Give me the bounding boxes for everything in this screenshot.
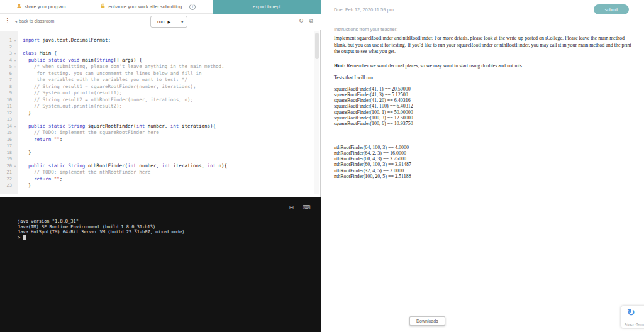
code-line[interactable]: 12 } [0, 110, 316, 117]
enhance-your-work[interactable]: enhance your work after submitting [100, 3, 182, 10]
test-case: squareRootFinder(41, 100) == 6.40312 [334, 103, 632, 109]
export-to-repl-button[interactable]: export to repl [213, 0, 321, 14]
code-line[interactable]: 22 return ""; [0, 176, 316, 183]
code-line[interactable]: 20▾ public static String nthRootFinder(i… [0, 163, 316, 170]
popout-icon[interactable]: ⧉ [309, 18, 313, 25]
back-chevron-icon: ◂ [15, 19, 17, 23]
run-dropdown-button[interactable]: ▾ [177, 16, 187, 27]
test-case: nthRootFinder(64, 100, 3) == 4.0000 [334, 145, 632, 150]
line-number[interactable]: 14▾ [0, 123, 18, 130]
line-number[interactable]: 3▾ [0, 50, 18, 57]
fold-arrow-icon [12, 70, 18, 77]
line-number[interactable]: 20▾ [0, 163, 18, 170]
code-line[interactable]: 4▾ public static void main(String[] args… [0, 57, 316, 64]
back-label: back to classroom [19, 19, 54, 23]
instructions-body: Implement squareRootFinder and nthRootFi… [334, 35, 632, 179]
line-number[interactable]: 17 [0, 143, 18, 150]
line-number[interactable]: 15 [0, 130, 18, 136]
back-to-classroom-link[interactable]: ◂ back to classroom [15, 19, 54, 23]
hint-label: Hint: [334, 63, 345, 69]
fold-arrow-icon [12, 44, 18, 51]
code-editor[interactable]: 1▾import java.text.DecimalFormat;23▾clas… [0, 31, 316, 194]
lock-icon [100, 3, 106, 10]
line-number[interactable]: 2 [0, 44, 18, 51]
line-number[interactable]: 12 [0, 110, 18, 117]
code-line[interactable]: 14▾ public static String squareRootFinde… [0, 123, 316, 130]
run-button[interactable]: run ▶ [151, 16, 177, 27]
code-line[interactable]: 21 // TODO: implement the nthRootFinder … [0, 169, 316, 176]
fold-arrow-icon [12, 176, 18, 183]
recaptcha-icon: ↻ [627, 307, 635, 318]
line-number[interactable]: 9 [0, 90, 18, 97]
line-number[interactable]: 10 [0, 97, 18, 104]
line-number[interactable]: 23 [0, 182, 18, 189]
code-line[interactable]: 1▾import java.text.DecimalFormat; [0, 37, 316, 44]
line-number[interactable]: 18 [0, 150, 18, 157]
code-line[interactable]: 19 [0, 156, 316, 163]
info-icon[interactable]: i [189, 4, 196, 10]
code-line[interactable]: 13 [0, 116, 316, 123]
enhance-label: enhance your work after submitting [108, 4, 182, 9]
line-number[interactable]: 22 [0, 176, 18, 183]
code-line[interactable]: 10 // String result2 = nthRootFinder(num… [0, 97, 316, 104]
fold-arrow-icon [12, 90, 18, 97]
fold-arrow-icon [12, 84, 18, 91]
code-line[interactable]: 5▾ /* when submitting, please don't leav… [0, 64, 316, 70]
test-case: squareRootFinder(100, 3) == 12.50000 [334, 115, 632, 121]
fold-arrow-icon [12, 116, 18, 123]
recaptcha-badge[interactable]: ↻ Privacy - Terms [621, 306, 644, 328]
run-button-group: run ▶ ▾ [150, 16, 187, 28]
console-pane-icon[interactable]: ⊟ [289, 204, 294, 211]
play-icon: ▶ [168, 19, 171, 24]
fold-arrow-icon[interactable]: ▾ [12, 50, 18, 57]
code-line[interactable]: 23 } [0, 182, 316, 189]
share-your-program[interactable]: share your program [16, 3, 65, 10]
code-line[interactable]: 18 } [0, 150, 316, 157]
line-number[interactable]: 16 [0, 136, 18, 143]
fold-arrow-icon[interactable]: ▾ [12, 163, 18, 170]
submit-button[interactable]: submit [594, 4, 629, 14]
code-text: the variables with the variables you wan… [18, 77, 187, 84]
code-text: /* when submitting, please don't leave a… [18, 64, 225, 70]
code-line[interactable]: 3▾class Main { [0, 50, 316, 57]
keyboard-icon[interactable]: ⌨ [303, 204, 311, 211]
code-lines: 1▾import java.text.DecimalFormat;23▾clas… [0, 37, 316, 189]
line-number[interactable]: 1▾ [0, 37, 18, 44]
line-number[interactable]: 5▾ [0, 64, 18, 70]
code-line[interactable]: 7 the variables with the variables you w… [0, 77, 316, 84]
line-number[interactable]: 4▾ [0, 57, 18, 64]
kebab-menu-icon[interactable]: ⋮ [4, 17, 11, 24]
editor-scrollbar[interactable] [314, 31, 319, 194]
console-prompt[interactable]: > [18, 235, 185, 241]
line-number[interactable]: 13 [0, 116, 18, 123]
test-case: squareRootFinder(100, 1) == 50.00000 [334, 109, 632, 115]
code-text: class Main { [18, 50, 57, 57]
line-number[interactable]: 19 [0, 156, 18, 163]
code-line[interactable]: 16 return ""; [0, 136, 316, 143]
line-number[interactable]: 7 [0, 77, 18, 84]
code-line[interactable]: 9 // System.out.println(result1); [0, 90, 316, 97]
refresh-icon[interactable]: ↻ [299, 18, 304, 25]
console-line: Java HotSpot(TM) 64-Bit Server VM (build… [18, 230, 185, 235]
code-line[interactable]: 6 for testing, you can uncomment the lin… [0, 70, 316, 77]
line-number[interactable]: 21 [0, 169, 18, 176]
fold-arrow-icon[interactable]: ▾ [12, 57, 18, 64]
fold-arrow-icon [12, 103, 18, 110]
fold-arrow-icon[interactable]: ▾ [12, 123, 18, 130]
fold-arrow-icon[interactable]: ▾ [12, 37, 18, 44]
code-line[interactable]: 17 [0, 143, 316, 150]
fold-arrow-icon[interactable]: ▾ [12, 64, 18, 70]
console[interactable]: ⊟ ⌨ java version "1.8.0_31"Java(TM) SE R… [0, 197, 321, 332]
line-number[interactable]: 11 [0, 103, 18, 110]
line-number[interactable]: 6 [0, 70, 18, 77]
code-line[interactable]: 11 // System.out.println(result2); [0, 103, 316, 110]
line-number[interactable]: 8 [0, 84, 18, 91]
code-text: // System.out.println(result1); [18, 90, 122, 97]
code-text: // System.out.println(result2); [18, 103, 122, 110]
code-line[interactable]: 15 // TODO: implement the squareRootFind… [0, 130, 316, 136]
code-line[interactable]: 8 // String result1 = squareRootFinder(n… [0, 84, 316, 91]
code-line[interactable]: 2 [0, 44, 316, 51]
console-icons: ⊟ ⌨ [289, 204, 311, 211]
test-case: squareRootFinder(41, 1) == 20.50000 [334, 86, 632, 92]
scrollbar-thumb[interactable] [315, 33, 319, 59]
